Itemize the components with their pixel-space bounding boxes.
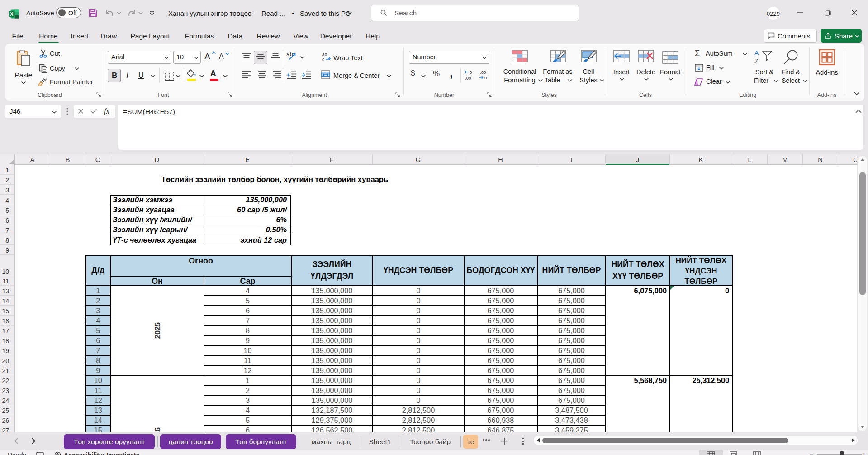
svg-text:A: A	[754, 49, 759, 57]
svg-text:c: c	[322, 57, 324, 62]
svg-text:X: X	[10, 12, 14, 17]
svg-text:0: 0	[470, 70, 472, 75]
svg-text:.00: .00	[465, 76, 471, 81]
svg-text:ab: ab	[322, 52, 327, 57]
svg-text:Z: Z	[754, 57, 759, 65]
svg-text:.00: .00	[480, 70, 486, 75]
